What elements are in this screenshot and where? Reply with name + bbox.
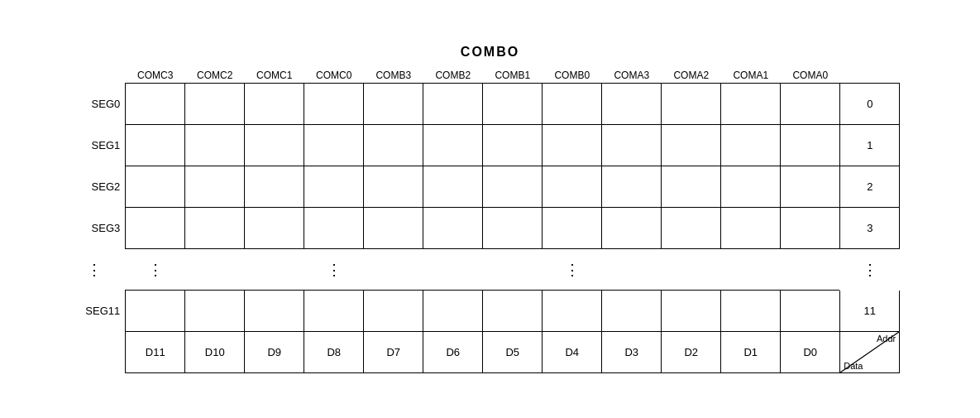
seg0-label: SEG0: [80, 84, 126, 125]
seg2-comb0: [543, 166, 602, 208]
seg3-comb0: [543, 208, 602, 249]
page-title: COMBO: [461, 45, 519, 60]
seg1-comb3: [364, 125, 423, 166]
seg0-comb2: [423, 84, 483, 125]
seg11-comc3: [126, 291, 185, 332]
seg0-coma2: [662, 84, 721, 125]
seg11-coma1: [721, 291, 781, 332]
seg0-comb1: [483, 84, 543, 125]
col-header-comb0: COMB0: [543, 68, 602, 84]
dot-row: ⋮ ⋮ ⋮ ⋮ ⋮: [80, 249, 900, 291]
seg11-comc0: [304, 291, 364, 332]
seg1-coma0: [781, 125, 840, 166]
seg1-coma1: [721, 125, 781, 166]
seg3-coma2: [662, 208, 721, 249]
seg1-comc1: [245, 125, 304, 166]
seg11-num: 11: [840, 291, 900, 332]
seg1-num: 1: [840, 125, 900, 166]
corner-data-label: Data: [844, 361, 863, 371]
dot-1: ⋮: [126, 249, 185, 291]
seg2-comc1: [245, 166, 304, 208]
seg11-comb1: [483, 291, 543, 332]
seg1-coma3: [602, 125, 662, 166]
data-d6: D6: [423, 332, 483, 373]
col-header-comc2: COMC2: [185, 68, 245, 84]
seg3-coma1: [721, 208, 781, 249]
seg0-row: SEG0 0: [80, 84, 900, 125]
dot-7: [483, 249, 543, 291]
seg2-comb1: [483, 166, 543, 208]
seg2-comc0: [304, 166, 364, 208]
col-header-comb1: COMB1: [483, 68, 543, 84]
dot-4: ⋮: [304, 249, 364, 291]
col-header-coma2: COMA2: [662, 68, 721, 84]
seg1-row: SEG1 1: [80, 125, 900, 166]
seg3-row: SEG3 3: [80, 208, 900, 249]
column-header-row: COMC3 COMC2 COMC1 COMC0 COMB3 COMB2 COMB…: [80, 68, 900, 84]
dot-3: [245, 249, 304, 291]
seg11-row: SEG11 11: [80, 291, 900, 332]
seg3-comb1: [483, 208, 543, 249]
seg2-comb3: [364, 166, 423, 208]
data-row-label: [80, 332, 126, 373]
seg11-coma0: [781, 291, 840, 332]
dot-11: [721, 249, 781, 291]
dot-10: [662, 249, 721, 291]
data-d10: D10: [185, 332, 245, 373]
seg2-comc2: [185, 166, 245, 208]
seg3-comc2: [185, 208, 245, 249]
seg3-label: SEG3: [80, 208, 126, 249]
seg3-comc0: [304, 208, 364, 249]
seg11-coma3: [602, 291, 662, 332]
seg3-num: 3: [840, 208, 900, 249]
dot-num: ⋮: [840, 249, 900, 291]
corner-cell: Addr Data: [840, 332, 900, 373]
seg3-comb3: [364, 208, 423, 249]
seg-label-dots: ⋮: [80, 249, 126, 291]
seg11-comb2: [423, 291, 483, 332]
seg1-coma2: [662, 125, 721, 166]
data-d4: D4: [543, 332, 602, 373]
seg0-comc0: [304, 84, 364, 125]
seg0-num: 0: [840, 84, 900, 125]
dot-8: ⋮: [543, 249, 602, 291]
col-header-comc3: COMC3: [126, 68, 185, 84]
seg0-comc1: [245, 84, 304, 125]
seg11-comb3: [364, 291, 423, 332]
seg11-coma2: [662, 291, 721, 332]
seg0-comc3: [126, 84, 185, 125]
col-header-comc1: COMC1: [245, 68, 304, 84]
seg1-comb2: [423, 125, 483, 166]
seg1-label: SEG1: [80, 125, 126, 166]
seg2-comc3: [126, 166, 185, 208]
col-header-coma0: COMA0: [781, 68, 840, 84]
seg3-comc1: [245, 208, 304, 249]
seg2-coma1: [721, 166, 781, 208]
seg2-coma3: [602, 166, 662, 208]
main-table: COMC3 COMC2 COMC1 COMC0 COMB3 COMB2 COMB…: [80, 68, 901, 373]
seg2-coma2: [662, 166, 721, 208]
seg2-row: SEG2 2: [80, 166, 900, 208]
data-d1: D1: [721, 332, 781, 373]
seg11-comb0: [543, 291, 602, 332]
seg1-comc0: [304, 125, 364, 166]
seg2-coma0: [781, 166, 840, 208]
col-header-comb3: COMB3: [364, 68, 423, 84]
dot-9: [602, 249, 662, 291]
seg3-coma0: [781, 208, 840, 249]
seg3-coma3: [602, 208, 662, 249]
data-d9: D9: [245, 332, 304, 373]
data-d7: D7: [364, 332, 423, 373]
data-d8: D8: [304, 332, 364, 373]
seg0-comb0: [543, 84, 602, 125]
dot-6: [423, 249, 483, 291]
seg1-comc3: [126, 125, 185, 166]
dot-12: [781, 249, 840, 291]
dot-5: [364, 249, 423, 291]
seg3-comb2: [423, 208, 483, 249]
data-row: D11 D10 D9 D8 D7 D6 D5 D4 D3 D2 D1 D0: [80, 332, 900, 373]
seg0-coma0: [781, 84, 840, 125]
data-d5: D5: [483, 332, 543, 373]
data-d0: D0: [781, 332, 840, 373]
seg11-label: SEG11: [80, 291, 126, 332]
